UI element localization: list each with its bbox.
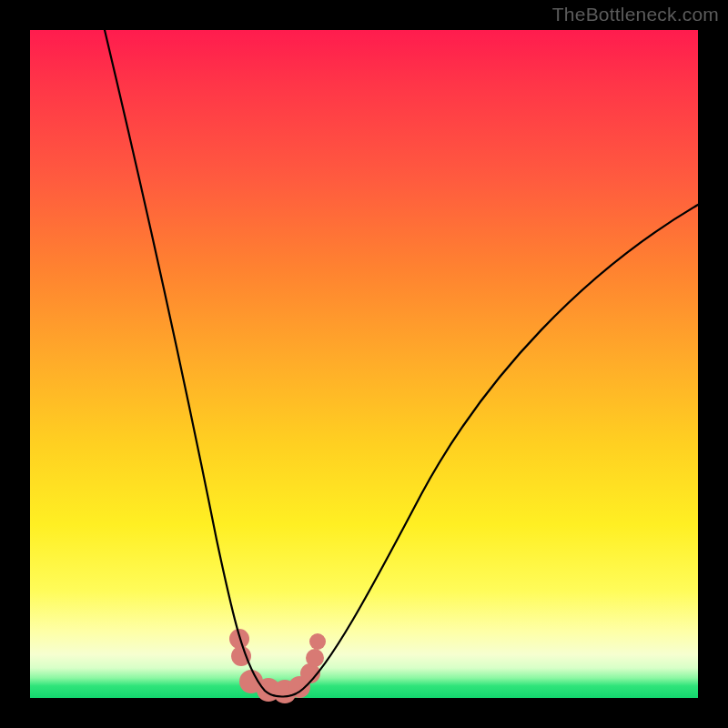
valley-bumps [229,629,326,703]
watermark-text: TheBottleneck.com [552,4,719,25]
curve-path [105,30,698,697]
outer-frame: TheBottleneck.com [0,0,728,728]
svg-point-8 [309,633,326,650]
bottleneck-curve [30,30,698,698]
svg-point-7 [306,649,324,667]
chart-plot-area [30,30,698,698]
